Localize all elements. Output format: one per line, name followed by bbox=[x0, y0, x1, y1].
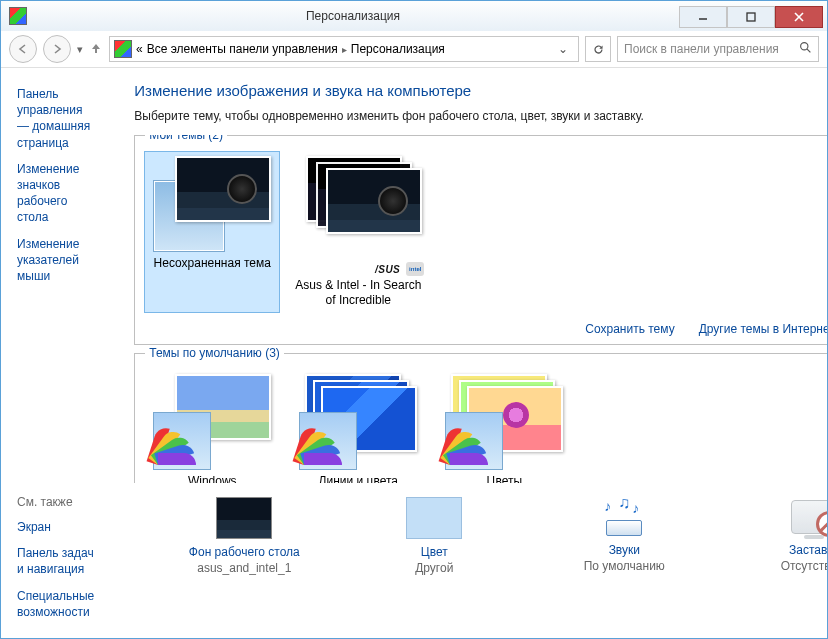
app-icon bbox=[9, 7, 27, 25]
config-color[interactable]: Цвет Другой bbox=[364, 497, 504, 575]
content: ? Изменение изображения и звука на компь… bbox=[110, 68, 827, 638]
my-themes-row: Несохраненная тема /SUS intel bbox=[135, 142, 827, 316]
window-title: Персонализация bbox=[27, 9, 679, 23]
theme-unsaved-label: Несохраненная тема bbox=[154, 256, 271, 271]
see-also-header: См. также bbox=[17, 495, 94, 509]
theme-asus[interactable]: /SUS intel Asus & Intel - In Search of I… bbox=[291, 152, 425, 312]
save-theme-link[interactable]: Сохранить тему bbox=[585, 322, 674, 336]
config-wallpaper-value: asus_and_intel_1 bbox=[197, 561, 291, 575]
intel-badge: intel bbox=[406, 262, 424, 276]
color-tile bbox=[299, 412, 357, 470]
titlebar: Персонализация bbox=[1, 1, 827, 31]
sidebar-foot-accessibility[interactable]: Специальные возможности bbox=[17, 588, 94, 620]
recent-locations-dropdown[interactable]: ▾ bbox=[77, 43, 83, 56]
theme-flowers[interactable]: Цветы bbox=[437, 370, 571, 483]
navigation-bar: ▾ « Все элементы панели управления ▸ Пер… bbox=[1, 31, 827, 68]
config-sound[interactable]: ♪♫♪ Звуки По умолчанию bbox=[554, 497, 694, 575]
config-screensaver[interactable]: Заставка Отсутствует bbox=[744, 497, 827, 575]
fan-icon bbox=[158, 425, 198, 465]
wallpaper-icon bbox=[216, 497, 272, 539]
sidebar-link-icons[interactable]: Изменение значков рабочего стола bbox=[17, 161, 94, 226]
theme-flowers-thumb bbox=[445, 374, 563, 470]
up-button[interactable] bbox=[89, 41, 103, 58]
default-themes-row: Windows bbox=[135, 360, 827, 483]
theme-lines[interactable]: Линии и цвета bbox=[291, 370, 425, 483]
body: Панель управления — домашняя страница Из… bbox=[1, 68, 827, 638]
sound-icon: ♪♫♪ bbox=[597, 497, 651, 537]
theme-asus-thumb: /SUS intel bbox=[294, 156, 422, 252]
page-title: Изменение изображения и звука на компьют… bbox=[134, 82, 827, 99]
config-wallpaper[interactable]: Фон рабочего стола asus_and_intel_1 bbox=[174, 497, 314, 575]
breadcrumb-dropdown-icon[interactable]: ⌄ bbox=[552, 42, 574, 56]
sidebar-foot-display[interactable]: Экран bbox=[17, 519, 94, 535]
theme-unsaved[interactable]: Несохраненная тема bbox=[145, 152, 279, 312]
color-tile bbox=[153, 412, 211, 470]
config-screensaver-value: Отсутствует bbox=[781, 559, 827, 573]
screensaver-icon bbox=[787, 497, 827, 537]
config-strip: Фон рабочего стола asus_and_intel_1 Цвет… bbox=[134, 483, 827, 585]
group-my-themes-legend: Мои темы (2) bbox=[145, 135, 227, 142]
breadcrumb-root-hint: « bbox=[136, 42, 143, 56]
brand-badges: /SUS intel bbox=[375, 262, 424, 276]
theme-unsaved-thumb bbox=[153, 156, 271, 252]
group-my-themes: Мои темы (2) Несохраненная тема bbox=[134, 135, 827, 345]
window-controls bbox=[679, 6, 823, 26]
breadcrumb-item-2[interactable]: Персонализация bbox=[351, 42, 445, 56]
themes-scroll-area: Мои темы (2) Несохраненная тема bbox=[134, 135, 827, 483]
page-subtitle: Выберите тему, чтобы одновременно измени… bbox=[134, 109, 827, 123]
fan-icon bbox=[304, 425, 344, 465]
theme-lines-thumb bbox=[299, 374, 417, 470]
theme-flowers-label: Цветы bbox=[487, 474, 523, 483]
config-screensaver-label: Заставка bbox=[789, 543, 827, 557]
themes-scroll-inner: Мои темы (2) Несохраненная тема bbox=[134, 135, 827, 483]
svg-point-4 bbox=[801, 43, 808, 50]
sidebar-foot-taskbar[interactable]: Панель задач и навигация bbox=[17, 545, 94, 577]
maximize-button[interactable] bbox=[727, 6, 775, 28]
group-default-themes: Темы по умолчанию (3) Windows bbox=[134, 353, 827, 483]
search-placeholder: Поиск в панели управления bbox=[624, 42, 799, 56]
breadcrumb-bar[interactable]: « Все элементы панели управления ▸ Персо… bbox=[109, 36, 579, 62]
forward-button[interactable] bbox=[43, 35, 71, 63]
config-wallpaper-label: Фон рабочего стола bbox=[189, 545, 300, 559]
search-icon[interactable] bbox=[799, 41, 812, 57]
config-color-value: Другой bbox=[415, 561, 453, 575]
group-default-legend: Темы по умолчанию (3) bbox=[145, 346, 284, 360]
asus-badge: /SUS bbox=[375, 264, 400, 275]
window: ↔ Персонализация ▾ « Все элементы панели… bbox=[0, 0, 828, 639]
config-sound-label: Звуки bbox=[609, 543, 640, 557]
more-themes-link[interactable]: Другие темы в Интернете bbox=[699, 322, 827, 336]
theme-windows-label: Windows bbox=[188, 474, 237, 483]
theme-lines-label: Линии и цвета bbox=[319, 474, 398, 483]
theme-actions: Сохранить тему Другие темы в Интернете bbox=[135, 316, 827, 344]
breadcrumb-root-icon bbox=[114, 40, 132, 58]
theme-windows[interactable]: Windows bbox=[145, 370, 279, 483]
sidebar: Панель управления — домашняя страница Из… bbox=[1, 68, 110, 638]
theme-windows-thumb bbox=[153, 374, 271, 470]
sidebar-link-pointers[interactable]: Изменение указателей мыши bbox=[17, 236, 94, 285]
chevron-right-icon[interactable]: ▸ bbox=[342, 44, 347, 55]
config-color-label: Цвет bbox=[421, 545, 448, 559]
fan-icon bbox=[450, 425, 490, 465]
config-sound-value: По умолчанию bbox=[584, 559, 665, 573]
color-icon bbox=[406, 497, 462, 539]
sidebar-footer: См. также Экран Панель задач и навигация… bbox=[17, 495, 94, 620]
theme-asus-label: Asus & Intel - In Search of Incredible bbox=[293, 278, 423, 308]
refresh-button[interactable] bbox=[585, 36, 611, 62]
svg-rect-1 bbox=[747, 13, 755, 21]
back-button[interactable] bbox=[9, 35, 37, 63]
close-button[interactable] bbox=[775, 6, 823, 28]
search-input[interactable]: Поиск в панели управления bbox=[617, 36, 819, 62]
svg-line-5 bbox=[807, 49, 810, 52]
breadcrumb-item-1[interactable]: Все элементы панели управления bbox=[147, 42, 338, 56]
sidebar-home-link[interactable]: Панель управления — домашняя страница bbox=[17, 86, 94, 151]
color-tile bbox=[445, 412, 503, 470]
minimize-button[interactable] bbox=[679, 6, 727, 28]
wallpaper-thumb bbox=[326, 168, 422, 234]
wallpaper-thumb bbox=[175, 156, 271, 222]
